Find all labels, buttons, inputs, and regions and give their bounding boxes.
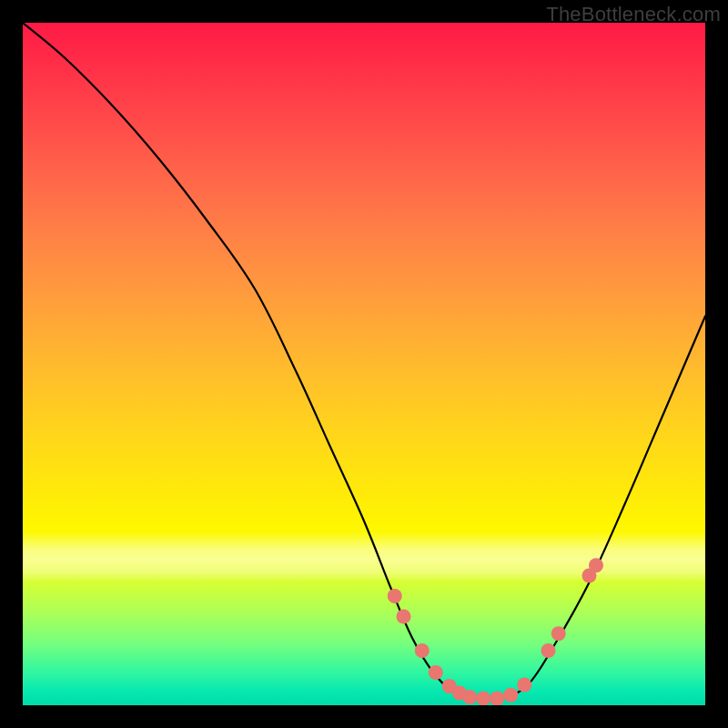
chart-frame: TheBottleneck.com — [0, 0, 728, 728]
highlight-dot — [551, 626, 566, 641]
highlight-dot — [476, 692, 490, 706]
highlight-dot — [541, 643, 556, 658]
highlight-dots — [388, 558, 603, 705]
highlight-dot — [415, 643, 430, 658]
highlight-dot — [503, 688, 518, 703]
plot-area — [23, 23, 705, 705]
bottleneck-curve — [23, 23, 705, 700]
highlight-dot — [429, 665, 443, 680]
highlight-dot — [490, 692, 504, 706]
curve-layer — [23, 23, 705, 705]
highlight-dot — [388, 589, 402, 603]
highlight-dot — [397, 610, 411, 624]
highlight-dot — [517, 678, 531, 693]
highlight-dot — [462, 690, 477, 704]
highlight-dot — [589, 558, 603, 572]
watermark-text: TheBottleneck.com — [546, 3, 721, 26]
